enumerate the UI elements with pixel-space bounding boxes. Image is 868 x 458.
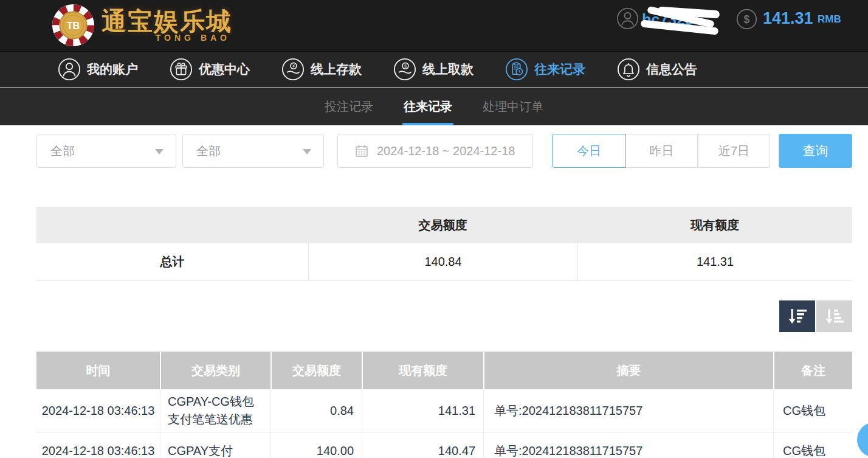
filter-bar: 全部 全部 2024-12-18 ~ 2024-12-18 今日 昨日 [0,134,868,168]
col-header-amount: 交易额度 [270,352,362,389]
type-dropdown-2[interactable]: 全部 [182,134,324,168]
summary-table: 交易额度 现有额度 总计 140.84 141.31 [36,207,852,281]
account-user-icon[interactable] [616,7,639,30]
sort-amount-asc-icon [824,307,845,325]
col-header-type: 交易类别 [160,352,270,389]
site-logo[interactable]: TB 通宝娱乐城 TONG BAO [51,3,232,47]
chevron-down-icon [155,149,164,154]
summary-header-row: 交易额度 现有额度 [36,207,852,243]
summary-total-label: 总计 [36,243,308,280]
quick-filter-last7days[interactable]: 近7日 [698,134,770,168]
sort-ascending-button[interactable] [816,300,852,332]
nav-label: 线上取款 [422,61,474,78]
topbar: TB 通宝娱乐城 TONG BAO bc7325 $ 141.31 RMB [0,0,868,51]
nav-item-announcements[interactable]: 信息公告 [617,58,697,81]
chevron-down-icon [303,149,311,154]
tab-transaction-records[interactable]: 往来记录 [402,88,453,125]
summary-header-blank [36,207,308,243]
cell-remark: CG钱包 [773,432,852,458]
withdraw-hand-coin-icon: $ [393,58,416,81]
svg-text:$: $ [744,13,750,26]
date-range-value: 2024-12-18 ~ 2024-12-18 [377,144,515,158]
summary-balance-total: 141.31 [577,243,852,280]
search-button[interactable]: 查询 [779,134,852,168]
col-header-remark: 备注 [773,352,852,389]
table-row: 2024-12-18 03:46:13 CGPAY支付 140.00 140.4… [36,432,852,458]
nav-item-my-account[interactable]: 我的账户 [58,58,138,81]
nav-label: 线上存款 [311,61,362,78]
nav-label: 优惠中心 [199,61,250,78]
cell-time: 2024-12-18 03:46:13 [36,432,160,458]
dropdown-value: 全部 [196,143,221,159]
quick-filter-yesterday[interactable]: 昨日 [626,134,698,168]
summary-total-row: 总计 140.84 141.31 [36,243,852,281]
gift-icon [170,58,193,81]
date-range-input[interactable]: 2024-12-18 ~ 2024-12-18 [337,134,533,168]
cell-type: CGPAY支付 [160,432,270,458]
table-header-row: 时间 交易类别 交易额度 现有额度 摘要 备注 [36,352,852,389]
transactions-table: 时间 交易类别 交易额度 现有额度 摘要 备注 2024-12-18 03:46… [36,352,852,458]
type-dropdown-1[interactable]: 全部 [36,134,176,168]
summary-header-balance: 现有额度 [577,207,852,243]
tab-processing-orders[interactable]: 处理中订单 [481,88,545,125]
nav-item-promotions[interactable]: 优惠中心 [170,58,250,81]
col-header-balance: 现有额度 [362,352,483,389]
casino-chip-logo-icon: TB [51,3,95,47]
sort-amount-desc-icon [787,307,808,325]
nav-item-withdraw[interactable]: $ 线上取款 [393,58,474,81]
calendar-icon [354,144,369,158]
quick-filter-today[interactable]: 今日 [552,134,626,168]
cell-type: CGPAY-CG钱包支付笔笔送优惠 [160,389,270,432]
main-nav: 我的账户 优惠中心 ¥ 线上存款 [0,51,868,88]
sort-descending-button[interactable] [779,300,815,332]
svg-text:¥: ¥ [292,64,295,69]
cell-balance: 140.47 [362,432,483,458]
logo-text: 通宝娱乐城 TONG BAO [102,8,232,43]
nav-label: 我的账户 [87,61,138,78]
nav-item-deposit[interactable]: ¥ 线上存款 [281,58,362,81]
svg-text:$: $ [404,64,407,69]
cell-amount: 0.84 [270,389,362,432]
cell-amount: 140.00 [270,432,362,458]
cell-time: 2024-12-18 03:46:13 [36,389,160,432]
username-area[interactable]: bc7325 [642,7,722,34]
deposit-hand-coin-icon: ¥ [281,58,305,81]
cell-remark: CG钱包 [773,389,852,432]
nav-label: 信息公告 [646,61,697,78]
table-row: 2024-12-18 03:46:13 CGPAY-CG钱包支付笔笔送优惠 0.… [36,389,852,432]
col-header-summary: 摘要 [483,352,773,389]
cell-balance: 141.31 [362,389,483,432]
cell-summary: 单号:202412183811715757 [483,432,773,458]
floating-service-button[interactable] [857,422,868,457]
site-title: 通宝娱乐城 [102,8,232,35]
user-icon [58,58,81,81]
dropdown-value: 全部 [50,143,75,159]
cell-summary: 单号:202412183811715757 [483,389,773,432]
page: TB 通宝娱乐城 TONG BAO bc7325 $ 141.31 RMB [0,0,868,458]
record-tabs: 投注记录 往来记录 处理中订单 [0,88,868,125]
nav-label: 往来记录 [534,61,585,78]
col-header-time: 时间 [36,352,160,389]
summary-transaction-total: 140.84 [308,243,577,280]
sort-controls [779,300,852,332]
balance-dollar-icon: $ [735,8,758,30]
nav-item-transaction-records[interactable]: 往来记录 [505,58,585,81]
balance-currency: RMB [818,13,841,26]
chip-initials: TB [67,20,80,31]
summary-header-transaction: 交易额度 [308,207,577,243]
tab-betting-records[interactable]: 投注记录 [323,88,374,125]
bell-icon [617,58,640,81]
records-clipboard-icon [505,58,528,81]
balance-amount: 141.31 [763,9,813,28]
